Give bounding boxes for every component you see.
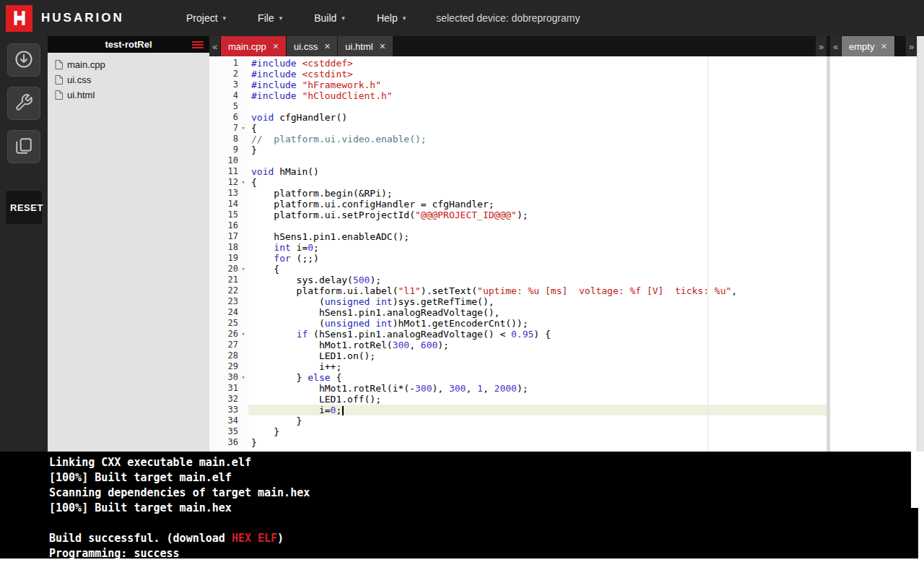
gutter-line-10[interactable]: 10 [209,155,248,166]
gutter-line-4[interactable]: 4 [209,90,248,101]
close-icon[interactable]: × [881,41,886,51]
code-editor[interactable]: 1234567▾89101112▾1314151617181920▾212223… [209,56,827,452]
tab-scroll-right-button-2[interactable]: » [906,36,917,56]
code-line-25[interactable]: (unsigned int)hMot1.getEncoderCnt()); [248,318,827,329]
file-item-ui-css[interactable]: ui.css [48,72,209,87]
fold-icon[interactable]: ▾ [238,177,248,188]
gutter-line-29[interactable]: 29 [209,361,248,372]
code-line-18[interactable]: int i=0; [248,242,827,253]
download-elf-link[interactable]: ELF [258,532,277,545]
code-line-6[interactable]: void cfgHandler() [248,112,827,123]
tab-ui-css[interactable]: ui.css× [287,36,337,56]
code-line-17[interactable]: hSens1.pin1.enableADC(); [248,231,827,242]
gutter-line-18[interactable]: 18 [209,242,248,253]
code-line-24[interactable]: hSens1.pin1.analogReadVoltage(), [248,307,827,318]
code-line-27[interactable]: hMot1.rotRel(300, 600); [248,340,827,350]
gutter-line-35[interactable]: 35 [209,426,248,437]
menu-help[interactable]: Help▾ [377,12,406,24]
code-line-11[interactable]: void hMain() [248,166,827,177]
code-line-21[interactable]: sys.delay(500); [248,275,827,285]
gutter-line-33[interactable]: 33 [209,405,248,415]
tab-ui-html[interactable]: ui.html× [338,36,392,56]
code-line-13[interactable]: platform.begin(&RPi); [248,188,827,199]
code-line-23[interactable]: (unsigned int)sys.getRefTime(), [248,296,827,307]
gutter-line-19[interactable]: 19 [209,253,248,264]
empty-editor[interactable] [830,56,917,452]
gutter-line-21[interactable]: 21 [209,275,248,285]
tab-empty[interactable]: empty× [842,36,894,56]
flash-device-button[interactable] [7,43,40,77]
code-line-22[interactable]: platform.ui.label("l1").setText("uptime:… [248,285,827,296]
code-line-29[interactable]: i++; [248,361,827,372]
code-line-15[interactable]: platform.ui.setProjectId("@@@PROJECT_ID@… [248,210,827,220]
file-item-ui-html[interactable]: ui.html [48,87,209,103]
gutter-line-22[interactable]: 22 [209,285,248,296]
code-line-20[interactable]: { [248,264,827,275]
fold-icon[interactable]: ▾ [238,123,248,134]
code-line-9[interactable]: } [248,144,827,155]
close-icon[interactable]: × [273,41,279,51]
gutter-line-25[interactable]: 25 [209,318,248,329]
code-line-30[interactable]: } else { [248,372,827,383]
console-scrollbar-thumb[interactable] [911,452,918,508]
gutter-line-5[interactable]: 5 [209,101,248,112]
gutter-line-36[interactable]: 36 [209,437,248,448]
code-line-26[interactable]: if (hSens1.pin1.analogReadVoltage() < 0.… [248,329,827,340]
gutter-line-34[interactable]: 34 [209,415,248,426]
gutter-line-8[interactable]: 8 [209,134,248,144]
code-line-2[interactable]: #include <cstdint> [248,69,827,79]
fold-icon[interactable]: ▾ [238,329,248,340]
gutter-line-13[interactable]: 13 [209,188,248,199]
code-line-34[interactable]: } [248,415,827,426]
code-line-5[interactable] [248,101,827,112]
gutter-line-24[interactable]: 24 [209,307,248,318]
code-line-14[interactable]: platform.ui.configHandler = cfgHandler; [248,199,827,210]
tab-scroll-right-button[interactable]: » [816,36,827,56]
code-line-33[interactable]: i=0; [248,405,827,415]
code-line-31[interactable]: hMot1.rotRel(i*(-300), 300, 1, 2000); [248,383,827,394]
gutter-line-14[interactable]: 14 [209,199,248,210]
gutter-line-27[interactable]: 27 [209,340,248,350]
close-icon[interactable]: × [324,41,330,51]
code-line-32[interactable]: LED1.off(); [248,394,827,405]
gutter-line-20[interactable]: 20▾ [209,264,248,275]
gutter-line-31[interactable]: 31 [209,383,248,394]
gutter-line-15[interactable]: 15 [209,210,248,220]
file-item-main-cpp[interactable]: main.cpp [48,57,209,72]
code-line-28[interactable]: LED1.on(); [248,350,827,361]
gutter-line-32[interactable]: 32 [209,394,248,405]
gutter-line-12[interactable]: 12▾ [209,177,248,188]
code-line-19[interactable]: for (;;) [248,253,827,264]
tab-scroll-left-button[interactable]: « [209,36,220,56]
gutter-line-1[interactable]: 1 [209,58,248,69]
code-line-1[interactable]: #include <cstddef> [248,58,827,69]
gutter-line-3[interactable]: 3 [209,79,248,90]
code-line-12[interactable]: { [248,177,827,188]
download-hex-link[interactable]: HEX [232,532,251,545]
code-line-16[interactable] [248,220,827,231]
code-line-35[interactable]: } [248,426,827,437]
gutter-line-2[interactable]: 2 [209,69,248,79]
code-line-10[interactable] [248,155,827,166]
gutter-line-7[interactable]: 7▾ [209,123,248,134]
gutter-line-16[interactable]: 16 [209,220,248,231]
tab-scroll-left-button-2[interactable]: « [830,36,841,56]
code-line-4[interactable]: #include "hCloudClient.h" [248,90,827,101]
gutter-line-30[interactable]: 30▾ [209,372,248,383]
fold-icon[interactable]: ▾ [238,264,248,275]
fold-icon[interactable]: ▾ [238,372,248,383]
tab-main-cpp[interactable]: main.cpp× [221,36,286,56]
reset-button[interactable]: RESET [6,191,42,224]
gutter-line-26[interactable]: 26▾ [209,329,248,340]
menu-file[interactable]: File▾ [258,12,282,24]
gutter-line-28[interactable]: 28 [209,350,248,361]
code-line-7[interactable]: { [248,123,827,134]
code-line-3[interactable]: #include "hFramework.h" [248,79,827,90]
gutter-line-6[interactable]: 6 [209,112,248,123]
project-menu-button[interactable] [192,40,204,50]
menu-build[interactable]: Build▾ [314,12,345,24]
gutter-line-23[interactable]: 23 [209,296,248,307]
menu-project[interactable]: Project▾ [186,12,226,24]
page-scrollbar[interactable] [917,36,924,452]
close-icon[interactable]: × [380,41,385,51]
